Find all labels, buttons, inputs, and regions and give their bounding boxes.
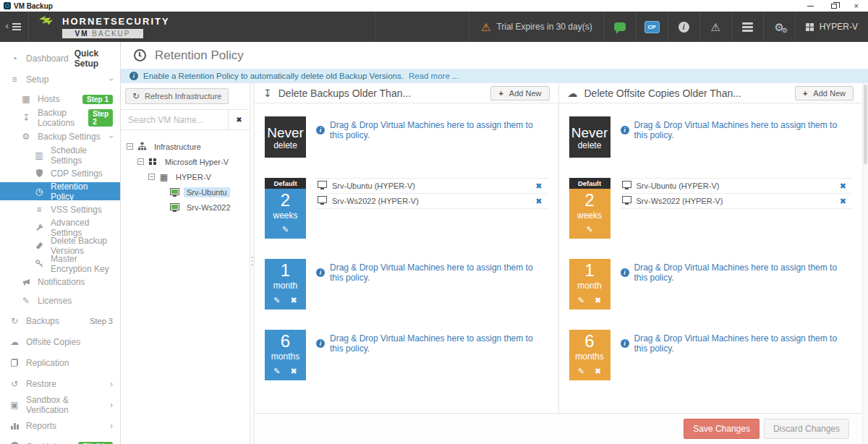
clear-search-icon[interactable]: ✖ — [228, 110, 250, 129]
tree-expander-icon[interactable]: − — [137, 158, 144, 165]
policy-unit: delete — [273, 140, 297, 150]
sidebar-item-label: VSS Settings — [51, 205, 102, 215]
delete-policy-icon[interactable]: ✖ — [291, 367, 297, 375]
delete-policy-icon[interactable]: ✖ — [595, 367, 601, 375]
sidebar-item-replication[interactable]: Replication — [0, 352, 120, 373]
sidebar-item-master-encryption-key[interactable]: Master Encryption Key — [0, 255, 120, 273]
sidebar-item-restore[interactable]: ↺Restore› — [0, 373, 120, 394]
feedback-button[interactable] — [604, 12, 636, 42]
sitemap-icon — [137, 142, 148, 151]
unassign-vm-icon[interactable]: ✖ — [840, 197, 852, 206]
policy-tile-2-weeks[interactable]: Default2weeks✎ — [265, 178, 306, 239]
save-changes-button[interactable]: Save Changes — [684, 419, 760, 439]
hint-text: Drag & Drop Virtual Machines here to ass… — [330, 333, 548, 354]
tree-expander-icon[interactable]: − — [148, 174, 155, 180]
sidebar-item-delete-backup-versions[interactable]: Delete Backup Versions — [0, 236, 120, 255]
sidebar-item-retention-policy[interactable]: ◷Retention Policy — [0, 182, 120, 200]
licenses-icon: ✎ — [20, 296, 32, 306]
policy-tile-never-delete[interactable]: Neverdelete — [569, 116, 610, 158]
sidebar-item-notifications[interactable]: Notifications — [0, 273, 120, 291]
edit-policy-icon[interactable]: ✎ — [578, 296, 584, 304]
assigned-vm-label: Srv-Ws2022 (HYPER-V) — [637, 197, 723, 205]
minimize-icon[interactable] — [807, 6, 814, 7]
sidebar-item-schedule-settings[interactable]: ▥Schedule Settings — [0, 146, 120, 164]
tree-node-srv-ws2022[interactable]: Srv-Ws2022 — [127, 200, 244, 215]
tree-node-hyper-v[interactable]: −▦HYPER-V — [127, 169, 244, 184]
sidebar-item-hosts[interactable]: ▦HostsStep 1 — [0, 90, 120, 108]
hint-text: Drag & Drop Virtual Machines here to ass… — [330, 120, 548, 140]
policy-tile-6-months[interactable]: 6months✎✖ — [265, 330, 306, 380]
sidebar-item-label: Licenses — [38, 296, 72, 306]
restore-icon[interactable] — [831, 4, 837, 9]
policy-tile-2-weeks[interactable]: Default2weeks✎ — [569, 178, 610, 239]
sidebar-item-setup[interactable]: ≡Setup› — [0, 69, 120, 90]
banner-text: Enable a Retention Policy to automatical… — [143, 72, 404, 80]
info-banner: i Enable a Retention Policy to automatic… — [121, 69, 868, 83]
sidebar-item-reports[interactable]: Reports› — [0, 415, 120, 436]
sidebar-item-offsite-copies[interactable]: ☁Offsite Copies — [0, 331, 120, 352]
tree-node-srv-ubuntu[interactable]: Srv-Ubuntu — [127, 184, 244, 200]
tree-node-microsoft-hyper-v[interactable]: −Microsoft Hyper-V — [127, 154, 244, 169]
policy-tile-never-delete[interactable]: Neverdelete — [265, 116, 306, 158]
page-scrollbar[interactable] — [862, 83, 868, 444]
unassign-vm-icon[interactable]: ✖ — [840, 182, 852, 191]
sidebar-item-dashboard[interactable]: ◔DashboardQuick Setup — [0, 48, 120, 69]
vm-search-input[interactable] — [121, 110, 228, 129]
delete-policy-icon[interactable]: ✖ — [291, 296, 297, 304]
refresh-icon: ↻ — [132, 91, 140, 101]
sidebar-item-sandbox-verification[interactable]: ▣Sandbox & Verification› — [0, 394, 120, 415]
sidebar-item-advanced-settings[interactable]: Advanced Settings — [0, 218, 120, 236]
edit-policy-icon[interactable]: ✎ — [273, 367, 280, 375]
default-policy-label: Default — [265, 178, 306, 189]
services-button[interactable]: ⚙⚙ — [763, 12, 795, 42]
policy-column-title: Delete Offsite Copies Older Than... — [584, 87, 741, 99]
edit-policy-icon[interactable]: ✎ — [578, 367, 584, 375]
tree-expander-icon[interactable]: − — [127, 143, 133, 150]
panel-splitter[interactable] — [250, 83, 255, 444]
sidebar-collapse-button[interactable] — [0, 12, 29, 42]
hint-info-icon: i — [621, 268, 629, 277]
discard-changes-button[interactable]: Discard Changes — [764, 419, 849, 439]
control-panel-button[interactable]: CP — [636, 12, 668, 42]
edit-policy-icon[interactable]: ✎ — [282, 226, 289, 234]
sidebar-item-backups[interactable]: ↻BackupsStep 3 — [0, 310, 120, 331]
tree-node-infrastructure[interactable]: −Infrastructure — [127, 139, 244, 154]
delete-policy-icon[interactable]: ✖ — [595, 296, 601, 304]
alerts-button[interactable]: ⚠ — [699, 12, 731, 42]
sidebar-item-licenses[interactable]: ✎Licenses — [0, 291, 120, 310]
sidebar-item-backup-locations[interactable]: ↧Backup LocationsStep 2 — [0, 108, 120, 127]
info-button[interactable]: i — [668, 12, 699, 42]
console-button[interactable] — [731, 12, 763, 42]
edit-policy-icon[interactable]: ✎ — [586, 226, 592, 234]
hypervisor-selector[interactable]: HYPER-V — [795, 12, 868, 42]
sidebar-item-label: Schedule Settings — [51, 145, 113, 166]
vm-monitor-icon — [622, 181, 631, 191]
quick-setup-link[interactable]: Quick Setup — [75, 48, 113, 69]
sidebar-item-label: Retention Policy — [51, 182, 113, 202]
sidebar-item-backup-settings[interactable]: ⚙Backup Settings› — [0, 127, 120, 146]
unassign-vm-icon[interactable]: ✖ — [535, 197, 548, 206]
policy-tile-6-months[interactable]: 6months✎✖ — [569, 330, 610, 380]
unassign-vm-icon[interactable]: ✖ — [535, 182, 548, 191]
edit-policy-icon[interactable]: ✎ — [273, 296, 280, 304]
assigned-vm-list: Srv-Ubuntu (HYPER-V)✖Srv-Ws2022 (HYPER-V… — [621, 178, 853, 209]
sidebar-item-label: Dashboard — [26, 54, 69, 64]
policy-tile-1-month[interactable]: 1month✎✖ — [265, 259, 306, 309]
chevron-right-icon: › — [110, 380, 113, 388]
policy-tile-1-month[interactable]: 1month✎✖ — [569, 259, 610, 309]
notifications-icon — [20, 278, 32, 287]
read-more-link[interactable]: Read more ... — [409, 72, 459, 80]
scrollbar-thumb[interactable] — [864, 85, 867, 164]
sidebar-item-vss-settings[interactable]: ≡VSS Settings — [0, 200, 120, 218]
backup-locations-icon: ↧ — [20, 113, 32, 123]
brand-logo: HORNETSECURITY VM BACKUP — [29, 12, 376, 42]
add-new-button[interactable]: +Add New — [490, 86, 549, 101]
assigned-vm-label: Srv-Ubuntu (HYPER-V) — [637, 182, 720, 190]
close-icon[interactable]: × — [854, 2, 859, 9]
vm-icon — [169, 188, 180, 197]
refresh-infrastructure-button[interactable]: ↻ Refresh Infrastructure — [125, 88, 229, 104]
add-new-button[interactable]: +Add New — [795, 86, 854, 101]
sidebar-item-get-help[interactable]: ?Get HelpEligible — [0, 436, 120, 444]
sidebar-item-cdp-settings[interactable]: CDP Settings — [0, 164, 120, 182]
drag-drop-hint: iDrag & Drop Virtual Machines here to as… — [316, 116, 548, 140]
